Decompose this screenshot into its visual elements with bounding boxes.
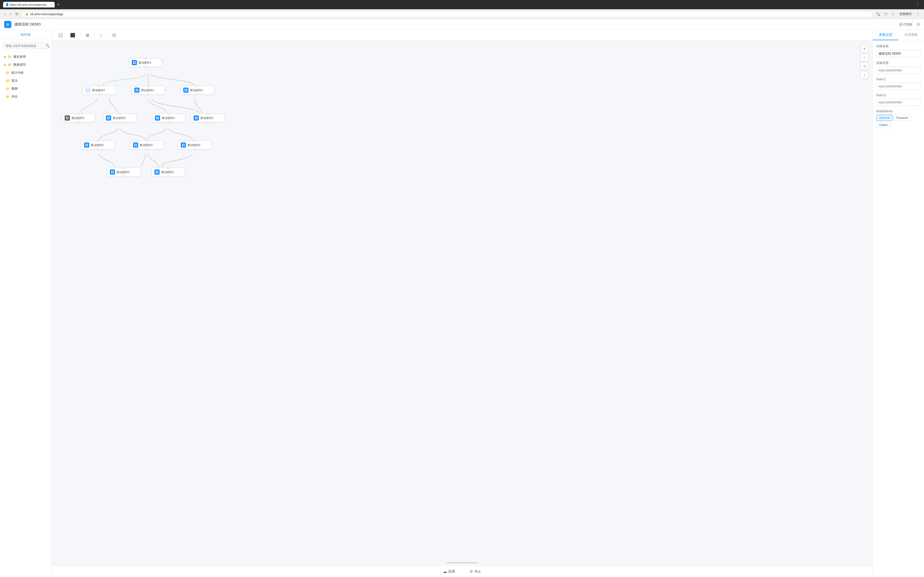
- field-c-field: Field C: [876, 77, 921, 90]
- tab-close-button[interactable]: ×: [50, 3, 52, 6]
- dag-node-algo2b[interactable]: 算法组件2: [131, 86, 165, 95]
- dag-node-algo3c[interactable]: 算法组件3: [152, 114, 186, 122]
- reload-button[interactable]: ↻: [14, 11, 19, 18]
- canvas[interactable]: + − ⊡ ⤢: [52, 41, 872, 566]
- svg-rect-44: [113, 172, 114, 173]
- port-top[interactable]: [78, 113, 80, 115]
- node-icon: [154, 169, 160, 175]
- dag-node-algo4a[interactable]: 算法组件2: [81, 141, 115, 150]
- experiment-name-input[interactable]: [876, 50, 921, 57]
- dag-node-algo3a[interactable]: 算法组件3: [62, 114, 95, 122]
- radio-option-optional[interactable]: Optional: [876, 114, 893, 121]
- dag-node-algo4b[interactable]: 算法组件2: [130, 141, 164, 150]
- port-top[interactable]: [119, 113, 121, 115]
- port-bottom[interactable]: [147, 93, 149, 95]
- shield-icon[interactable]: 🛡: [883, 11, 888, 17]
- tab-params[interactable]: 参数设置: [873, 30, 898, 40]
- github-icon[interactable]: ⊙: [916, 22, 920, 27]
- port-top[interactable]: [196, 85, 198, 87]
- dag-node-algo3d[interactable]: 算法组件3: [191, 114, 224, 122]
- search-icon[interactable]: 🔍: [875, 11, 882, 17]
- sidebar-item-dataio[interactable]: ▶ 📁 数据读写: [0, 61, 51, 69]
- port-bottom[interactable]: [97, 148, 99, 150]
- design-guide-link[interactable]: 设计指南: [899, 22, 913, 27]
- node-icon: [133, 142, 138, 148]
- experiment-settings-input[interactable]: [876, 67, 921, 74]
- port-bottom[interactable]: [167, 175, 170, 177]
- search-input[interactable]: [5, 44, 44, 48]
- select-tool[interactable]: ⬜: [56, 32, 65, 39]
- port-top[interactable]: [97, 140, 99, 142]
- deploy-button[interactable]: ☁ 部署: [439, 568, 459, 575]
- port-bottom[interactable]: [119, 121, 121, 123]
- zoom-fit-button[interactable]: ⊡: [861, 62, 868, 70]
- active-tab[interactable]: https://x6.antv.vision/apps/da... ×: [3, 2, 55, 8]
- user-label[interactable]: 无痕模式: [897, 11, 914, 17]
- port-bottom[interactable]: [98, 93, 100, 95]
- port-top[interactable]: [168, 113, 170, 115]
- browser-toolbar: ‹ › ↻ 🔒 x6.antv.vision/apps/dag/ 🔍 🛡 ☆ 无…: [0, 9, 924, 19]
- node-label: 算法组件2: [92, 89, 105, 92]
- new-tab-button[interactable]: +: [56, 2, 61, 7]
- address-bar[interactable]: 🔒 x6.antv.vision/apps/dag/: [22, 11, 873, 17]
- zoom-out-button[interactable]: −: [861, 53, 868, 61]
- browser-menu-icon[interactable]: ⋮: [915, 11, 921, 17]
- tab-global-params[interactable]: 全局参数: [898, 30, 924, 40]
- sidebar-item-eval[interactable]: 📁 评估: [0, 93, 51, 101]
- forward-button[interactable]: ›: [8, 11, 12, 18]
- svg-rect-9: [184, 89, 186, 90]
- svg-rect-8: [137, 90, 138, 92]
- sidebar-item-stats[interactable]: 📁 统计分析: [0, 69, 51, 77]
- dag-node-algo1[interactable]: 算法组件1: [129, 58, 162, 67]
- dag-node-algo5b[interactable]: 算法组件2: [152, 168, 185, 176]
- port-right[interactable]: [161, 60, 163, 61]
- svg-rect-15: [66, 118, 67, 119]
- menu-icon[interactable]: ⋮: [914, 1, 921, 8]
- field-d-input[interactable]: [876, 99, 921, 106]
- svg-rect-3: [134, 63, 136, 64]
- experiment-name-label: 实验名称: [876, 44, 921, 48]
- dag-node-algo2c[interactable]: 算法组件2: [181, 86, 214, 95]
- node-label: 算法组件2: [91, 143, 103, 147]
- sidebar-item-algo[interactable]: 📁 算法: [0, 77, 51, 85]
- tab-favicon: [6, 3, 8, 6]
- dag-node-algo4c[interactable]: 算法组件2: [178, 141, 212, 150]
- port-top[interactable]: [146, 140, 148, 142]
- port-top[interactable]: [167, 167, 170, 169]
- port-bottom[interactable]: [123, 175, 125, 177]
- port-top[interactable]: [207, 113, 208, 115]
- sidebar-item-predict[interactable]: 📁 预测: [0, 85, 51, 93]
- port-top[interactable]: [123, 167, 125, 169]
- expand-tool[interactable]: ⊡: [110, 32, 118, 39]
- port-top[interactable]: [98, 85, 100, 87]
- dag-node-algo5a[interactable]: 算法组件3: [107, 168, 141, 176]
- port-right[interactable]: [164, 89, 166, 91]
- port-top[interactable]: [147, 85, 149, 87]
- zoom-in-button[interactable]: +: [861, 45, 868, 53]
- fit-tool[interactable]: ↕: [98, 32, 104, 39]
- dag-node-algo3b[interactable]: 算法组件3: [103, 114, 137, 122]
- port-bottom[interactable]: [168, 121, 170, 123]
- port-bottom[interactable]: [196, 93, 198, 95]
- dag-node-algo2a[interactable]: 算法组件2: [82, 86, 116, 95]
- port-bottom[interactable]: [78, 121, 80, 123]
- sidebar-item-recent[interactable]: ▶ 📁 最近使用: [0, 53, 51, 61]
- bookmark-icon[interactable]: ☆: [890, 11, 896, 17]
- svg-rect-42: [113, 171, 114, 172]
- port-top[interactable]: [194, 140, 195, 142]
- radio-option-hidden[interactable]: Hidden: [876, 122, 891, 128]
- rect-tool[interactable]: ⬛: [68, 32, 78, 39]
- port-bottom[interactable]: [194, 148, 195, 150]
- back-button[interactable]: ‹: [3, 11, 6, 18]
- port-bottom[interactable]: [207, 121, 208, 123]
- canvas-scrollbar[interactable]: [446, 562, 478, 564]
- grid-tool[interactable]: ⊞: [84, 32, 91, 39]
- port-top[interactable]: [145, 58, 147, 60]
- stop-button[interactable]: ↺ 停止: [465, 568, 485, 575]
- svg-rect-33: [134, 144, 135, 145]
- port-bottom[interactable]: [146, 148, 148, 150]
- port-bottom[interactable]: [145, 66, 147, 68]
- radio-option-required[interactable]: Required: [893, 114, 911, 121]
- field-c-input[interactable]: [876, 83, 921, 90]
- zoom-expand-button[interactable]: ⤢: [861, 71, 868, 79]
